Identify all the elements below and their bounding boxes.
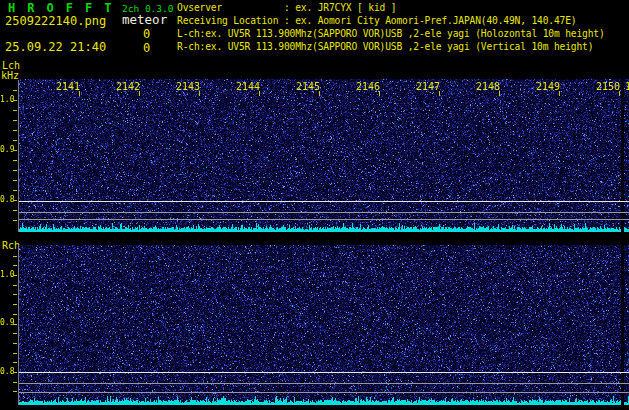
hrofft-screen: H R O F F T 2ch 0.3.0 2509222140.png met… (0, 0, 629, 410)
rch-freq-tick (13, 294, 17, 295)
rch-freq-tick (13, 362, 17, 363)
app-title: H R O F F T (8, 2, 114, 14)
observer-line: Ovserver : ex. JR7CYX [ kid ] (177, 3, 396, 13)
lch-spectrogram-canvas (19, 79, 629, 232)
rch-freq-tick (13, 275, 17, 276)
rch-freq-tick (13, 353, 17, 354)
rch-freq-tick (13, 333, 17, 334)
lch-freq-tick (13, 100, 17, 101)
lch-freq-tick (13, 90, 17, 91)
time-label-2147: 2147 (415, 82, 440, 92)
rch-freq-tick (13, 256, 17, 257)
rch-freq-tick (13, 343, 17, 344)
time-label-2143: 2143 (175, 82, 200, 92)
rch-freq-label-0.9: 0.9 (0, 319, 14, 327)
time-label-2149: 2149 (535, 82, 560, 92)
lch-freq-tick (13, 190, 17, 191)
lch-freq-tick (13, 160, 17, 161)
time-label-2150: 2150 (595, 82, 620, 92)
echo-count-lower: 0 (143, 42, 150, 54)
lch-axis-border (18, 80, 19, 232)
time-label-2146: 2146 (355, 82, 380, 92)
rch-freq-tick (13, 304, 17, 305)
rch-freq-tick (13, 285, 17, 286)
rch-freq-tick (13, 324, 17, 325)
rch-receiver-line: R-ch:ex. UV5R 113.900Mhz(SAPPORO VOR)USB… (177, 42, 593, 52)
lch-freq-tick (13, 140, 17, 141)
lch-freq-tick (13, 130, 17, 131)
time-label-2144: 2144 (235, 82, 260, 92)
rch-freq-tick (13, 382, 17, 383)
lch-unit-label: kHz (1, 71, 19, 81)
lch-freq-tick (13, 220, 17, 221)
lch-freq-tick (13, 210, 17, 211)
lch-freq-tick (13, 180, 17, 181)
location-line: Receiving Location : ex. Aomori City Aom… (177, 16, 576, 26)
lch-freq-tick (13, 110, 17, 111)
rch-freq-tick (13, 372, 17, 373)
rch-freq-tick (13, 265, 17, 266)
time-label-2148: 2148 (475, 82, 500, 92)
mode-label: meteor (122, 14, 167, 27)
echo-count-upper: 0 (143, 28, 150, 40)
output-filename: 2509222140.png (5, 15, 106, 27)
lch-freq-tick (13, 200, 17, 201)
lch-freq-tick (13, 170, 17, 171)
lch-receiver-line: L-ch:ex. UV5R 113.900Mhz(SAPPORO VOR)USB… (177, 29, 605, 39)
lch-freq-tick (13, 120, 17, 121)
rch-axis-border (18, 245, 19, 405)
time-label-2142: 2142 (115, 82, 140, 92)
time-label-2145: 2145 (295, 82, 320, 92)
datetime-label: 25.09.22 21:40 (5, 41, 106, 53)
time-label-2141: 2141 (55, 82, 80, 92)
rch-spectrogram-canvas (19, 245, 629, 405)
time-label-partial-next: 10 (625, 82, 629, 92)
rch-freq-tick (13, 391, 17, 392)
rch-freq-tick (13, 314, 17, 315)
lch-freq-tick (13, 150, 17, 151)
